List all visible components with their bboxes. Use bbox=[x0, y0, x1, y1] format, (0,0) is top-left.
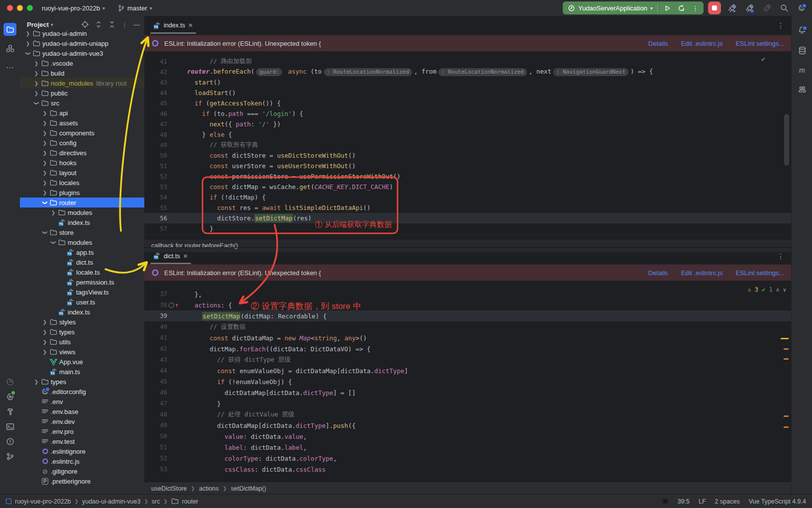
tree-chevron-icon[interactable]: ❯ bbox=[41, 130, 49, 136]
maximize-window-button[interactable] bbox=[27, 5, 33, 11]
tree-item-.prettierignore[interactable]: P.prettierignore bbox=[20, 476, 144, 486]
code-line-52[interactable]: 52 const permissionStore = usePermission… bbox=[144, 171, 791, 182]
tree-chevron-icon[interactable]: ❯ bbox=[32, 379, 40, 385]
run-more-button[interactable]: ⋮ bbox=[690, 4, 701, 12]
more-tool-windows-icon[interactable]: ⋯ bbox=[3, 61, 16, 74]
tree-item-views[interactable]: ❯views bbox=[20, 347, 144, 357]
code-line-52[interactable]: 52 colorType: dictData.colorType, bbox=[144, 453, 791, 464]
tab-options-icon[interactable]: ⋮ bbox=[777, 21, 784, 29]
code-line-51[interactable]: 51 label: dictData.label, bbox=[144, 442, 791, 453]
caret-position-widget[interactable]: 39:5 bbox=[678, 498, 690, 505]
stop-button[interactable] bbox=[708, 1, 721, 14]
tree-item-tagsview.ts[interactable]: TStagsView.ts bbox=[20, 287, 144, 297]
collapse-all-icon[interactable] bbox=[108, 20, 116, 28]
tree-item-layout[interactable]: ❯layout bbox=[20, 168, 144, 178]
code-line-57[interactable]: 57 } bbox=[144, 223, 791, 234]
code-editor[interactable]: ✔ 41 // 路由加载前42router.beforeEach(guard: … bbox=[144, 51, 791, 239]
tree-item-.editorconfig[interactable]: ⚙.editorconfig bbox=[20, 387, 144, 397]
code-line-49[interactable]: 49 // 获取所有字典 bbox=[144, 140, 791, 150]
tree-item-.vscode[interactable]: ❯.vscode bbox=[20, 58, 144, 68]
tree-chevron-icon[interactable]: ❯ bbox=[41, 170, 49, 176]
code-editor[interactable]: ⚠ 3 ✔ 1 ∧ ∨ 37 },38↑ actions: {39 setDic… bbox=[144, 281, 791, 490]
close-tab-icon[interactable]: ✕ bbox=[183, 253, 188, 260]
line-number[interactable]: 53 bbox=[151, 466, 167, 473]
tree-item-router[interactable]: ❯router bbox=[20, 198, 144, 207]
code-line-56[interactable]: 56 dictStore.setDictMap(res) bbox=[144, 213, 791, 223]
tree-item-utils[interactable]: ❯utils bbox=[20, 337, 144, 347]
tree-item-plugins[interactable]: ❯plugins bbox=[20, 188, 144, 198]
tree-item-hooks[interactable]: ❯hooks bbox=[20, 158, 144, 168]
tree-chevron-icon[interactable]: ❯ bbox=[41, 160, 49, 166]
line-number[interactable]: 56 bbox=[151, 215, 167, 222]
tree-chevron-icon[interactable]: ❯ bbox=[25, 49, 31, 57]
tree-item-assets[interactable]: ❯assets bbox=[20, 118, 144, 128]
profiler-attach-icon[interactable] bbox=[743, 1, 756, 14]
tree-item-components[interactable]: ❯components bbox=[20, 128, 144, 138]
tree-item-locale.ts[interactable]: TSlocale.ts bbox=[20, 267, 144, 277]
line-number[interactable]: 48 bbox=[151, 131, 167, 138]
line-number[interactable]: 38 bbox=[151, 302, 167, 308]
status-breadcrumb-item[interactable]: router bbox=[182, 498, 199, 505]
profiler-pie-icon[interactable] bbox=[3, 375, 16, 388]
code-line-40[interactable]: 40 // 设置数据 bbox=[144, 321, 791, 332]
tree-chevron-icon[interactable]: ❯ bbox=[41, 110, 49, 116]
tree-item-user.ts[interactable]: TSuser.ts bbox=[20, 297, 144, 307]
tree-item-store[interactable]: ❯store bbox=[20, 227, 144, 237]
status-breadcrumb-item[interactable]: src bbox=[152, 498, 160, 505]
code-line-51[interactable]: 51 const userStore = useUserStoreWithOut… bbox=[144, 161, 791, 171]
tree-item-.env.test[interactable]: .env.test bbox=[20, 436, 144, 446]
tree-item-yudao-ui-admin-uniapp[interactable]: ❯yudao-ui-admin-uniapp bbox=[20, 38, 144, 48]
line-number[interactable]: 46 bbox=[151, 110, 167, 117]
code-line-48[interactable]: 48 // 处理 dictValue 层级 bbox=[144, 409, 791, 420]
version-control-tool-icon[interactable] bbox=[3, 450, 16, 463]
code-line-47[interactable]: 47 next({ path: '/' }) bbox=[144, 119, 791, 129]
line-number[interactable]: 45 bbox=[151, 378, 167, 385]
line-number[interactable]: 53 bbox=[151, 184, 167, 191]
banner-link-details[interactable]: Details bbox=[648, 40, 668, 47]
profiler-run-icon[interactable] bbox=[725, 1, 738, 14]
structure-tool-icon[interactable] bbox=[3, 42, 16, 55]
banner-link-edit-eslintrc-js[interactable]: Edit .eslintrc.js bbox=[681, 269, 723, 277]
tree-item-app.ts[interactable]: TSapp.ts bbox=[20, 247, 144, 257]
line-number[interactable]: 42 bbox=[151, 69, 167, 76]
line-number[interactable]: 43 bbox=[151, 79, 167, 86]
line-number[interactable]: 57 bbox=[151, 225, 167, 232]
tree-chevron-icon[interactable]: ❯ bbox=[41, 319, 49, 325]
tree-item-.env.pro[interactable]: .env.pro bbox=[20, 426, 144, 436]
branch-selector[interactable]: master▾ bbox=[117, 0, 152, 16]
expand-all-icon[interactable] bbox=[95, 20, 102, 28]
line-number[interactable]: 52 bbox=[151, 173, 167, 180]
line-number[interactable]: 45 bbox=[151, 100, 167, 107]
tree-item-styles[interactable]: ❯styles bbox=[20, 317, 144, 327]
code-line-47[interactable]: 47 } bbox=[144, 398, 791, 409]
code-line-43[interactable]: 43 // 获得 dictType 层级 bbox=[144, 354, 791, 365]
project-tool-icon[interactable] bbox=[3, 23, 16, 36]
tree-item-dict.ts[interactable]: TSdict.ts bbox=[20, 257, 144, 267]
tree-chevron-icon[interactable]: ❯ bbox=[51, 238, 56, 246]
line-number[interactable]: 52 bbox=[151, 455, 167, 462]
code-line-53[interactable]: 53 const dictMap = wsCache.get(CACHE_KEY… bbox=[144, 182, 791, 192]
code-line-55[interactable]: 55 const res = await listSimpleDictDataA… bbox=[144, 203, 791, 213]
code-line-44[interactable]: 44 const enumValueObj = dictDataMap[dict… bbox=[144, 365, 791, 376]
line-number[interactable]: 44 bbox=[151, 367, 167, 374]
line-number[interactable]: 51 bbox=[151, 163, 167, 170]
code-line-45[interactable]: 45 if (getAccessToken()) { bbox=[144, 98, 791, 108]
line-number[interactable]: 46 bbox=[151, 389, 167, 396]
tree-item-app.vue[interactable]: App.vue bbox=[20, 357, 144, 367]
interlocked-circles-icon[interactable] bbox=[661, 498, 669, 505]
line-number[interactable]: 40 bbox=[151, 323, 167, 330]
line-number[interactable]: 42 bbox=[151, 345, 167, 352]
tree-chevron-icon[interactable]: ❯ bbox=[41, 140, 49, 146]
tree-item-.env.dev[interactable]: .env.dev bbox=[20, 416, 144, 426]
file-type-widget[interactable]: Vue TypeScript 4.9.4 bbox=[749, 498, 806, 505]
problems-tool-icon[interactable] bbox=[3, 435, 16, 448]
tree-chevron-icon[interactable]: ❯ bbox=[41, 180, 49, 186]
close-tab-icon[interactable]: ✕ bbox=[188, 22, 193, 29]
tree-item-index.ts[interactable]: TSindex.ts bbox=[20, 217, 144, 227]
line-number[interactable]: 54 bbox=[151, 194, 167, 201]
code-line-45[interactable]: 45 if (!enumValueObj) { bbox=[144, 376, 791, 387]
tree-chevron-icon[interactable]: ❯ bbox=[41, 349, 49, 355]
tree-item-permission.ts[interactable]: TSpermission.ts bbox=[20, 277, 144, 287]
line-number[interactable]: 47 bbox=[151, 400, 167, 407]
line-number[interactable]: 50 bbox=[151, 433, 167, 440]
